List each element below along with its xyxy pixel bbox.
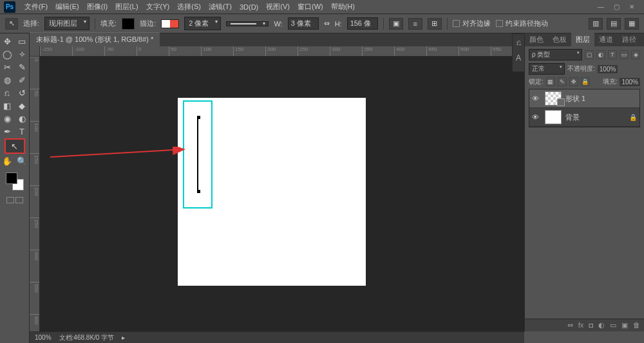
stroke-style-dropdown[interactable] — [226, 21, 269, 26]
layer-name[interactable]: 形状 1 — [565, 94, 585, 104]
menu-3d[interactable]: 3D(D) — [236, 2, 262, 12]
color-swatches[interactable] — [6, 172, 24, 190]
maximize-button[interactable]: ▢ — [611, 3, 622, 12]
screenmode-icon[interactable] — [15, 197, 23, 203]
zoom-level[interactable]: 100% — [35, 334, 52, 341]
gradient-tool[interactable]: ◆ — [15, 99, 30, 112]
dodge-tool[interactable]: ◐ — [15, 112, 30, 125]
pen-tool[interactable]: ✒ — [0, 125, 15, 138]
blur-tool[interactable]: ◉ — [0, 112, 15, 125]
panels-dock: ⎌A 颜色 色板 图层 通道 路径 ρ 类型 ▢ ◐ T ▭ ◈ 正常 不透明度… — [524, 33, 644, 331]
path-ops-button-1[interactable]: ▣ — [389, 18, 403, 30]
panel-button-2[interactable]: ▤ — [607, 18, 621, 30]
menu-image[interactable]: 图像(I) — [83, 1, 111, 13]
menu-select[interactable]: 选择(S) — [173, 1, 205, 13]
eyedropper-tool[interactable]: ✎ — [15, 60, 30, 73]
menu-bar: Ps 文件(F) 编辑(E) 图像(I) 图层(L) 文字(Y) 选择(S) 滤… — [0, 0, 644, 14]
quickmask-icon[interactable] — [6, 197, 14, 203]
menu-help[interactable]: 帮助(H) — [327, 1, 359, 13]
filter-type-icon[interactable]: T — [608, 50, 617, 59]
lock-pixels-icon[interactable]: ✎ — [558, 77, 567, 86]
path-ops-button-3[interactable]: ⊞ — [428, 18, 442, 30]
collapsed-panel-icons[interactable]: ⎌A — [512, 33, 525, 72]
lock-position-icon[interactable]: ✥ — [569, 77, 578, 86]
lock-transparency-icon[interactable]: ▦ — [546, 77, 555, 86]
type-tool[interactable]: T — [15, 125, 30, 138]
status-arrow[interactable]: ▸ — [122, 334, 125, 341]
fill-swatch[interactable] — [122, 18, 135, 30]
anchor-top[interactable] — [197, 116, 200, 119]
filter-adjust-icon[interactable]: ◐ — [596, 50, 605, 59]
panel-button-3[interactable]: ▦ — [625, 18, 639, 30]
brush-tool[interactable]: ✐ — [15, 73, 30, 86]
panel-button-1[interactable]: ▥ — [589, 18, 603, 30]
blend-mode-dropdown[interactable]: 正常 — [529, 63, 565, 75]
filter-pixel-icon[interactable]: ▢ — [585, 50, 594, 59]
layer-thumbnail[interactable] — [545, 91, 562, 106]
foreground-color[interactable] — [6, 172, 17, 184]
stamp-tool[interactable]: ⎌ — [0, 86, 15, 99]
menu-filter[interactable]: 滤镜(T) — [205, 1, 236, 13]
heal-tool[interactable]: ◍ — [0, 73, 15, 86]
link-icon[interactable]: ⇔ — [324, 19, 330, 28]
line-shape[interactable] — [197, 117, 198, 192]
menu-type[interactable]: 文字(Y) — [142, 1, 174, 13]
layer-name[interactable]: 背景 — [565, 113, 580, 122]
crop-tool[interactable]: ✂ — [0, 60, 15, 73]
minimize-button[interactable]: — — [595, 3, 607, 12]
mask-icon[interactable]: ◘ — [589, 321, 593, 329]
history-brush-tool[interactable]: ↺ — [15, 86, 30, 99]
tab-channels[interactable]: 通道 — [594, 33, 618, 46]
layer-kind-dropdown[interactable]: ρ 类型 — [529, 49, 582, 60]
visibility-icon[interactable]: 👁 — [532, 95, 541, 102]
select-dropdown[interactable]: 现用图层 — [44, 17, 90, 30]
align-edges-checkbox[interactable]: 对齐边缘 — [453, 19, 491, 28]
fill-opacity-value[interactable]: 100% — [620, 78, 640, 86]
menu-layer[interactable]: 图层(L) — [111, 1, 142, 13]
path-ops-button-2[interactable]: ≡ — [408, 18, 422, 30]
menu-file[interactable]: 文件(F) — [21, 1, 52, 13]
lock-all-icon[interactable]: 🔒 — [581, 77, 590, 86]
group-icon[interactable]: ▭ — [610, 321, 616, 329]
link-layers-icon[interactable]: ⇔ — [567, 321, 573, 329]
lasso-tool[interactable]: ◯ — [0, 48, 15, 60]
history-icon[interactable]: ⎌ — [516, 38, 521, 47]
zoom-tool[interactable]: 🔍 — [15, 154, 30, 167]
tab-swatches[interactable]: 色板 — [548, 33, 571, 46]
layer-row-background[interactable]: 👁 背景 🔒 — [529, 108, 639, 127]
height-input[interactable]: 156 像 — [347, 17, 378, 30]
opacity-value[interactable]: 100% — [598, 65, 618, 73]
menu-window[interactable]: 窗口(W) — [294, 1, 327, 13]
close-button[interactable]: ✕ — [626, 3, 638, 12]
fx-icon[interactable]: fx — [578, 321, 584, 329]
canvas-area[interactable]: -150-100-5005010015020025030035040045050… — [30, 46, 524, 331]
new-layer-icon[interactable]: ▣ — [621, 321, 628, 329]
tab-color[interactable]: 颜色 — [525, 33, 548, 46]
eraser-tool[interactable]: ◧ — [0, 99, 15, 112]
layer-row-shape1[interactable]: 👁 形状 1 — [529, 89, 639, 108]
menu-view[interactable]: 视图(V) — [262, 1, 294, 13]
wand-tool[interactable]: ✧ — [15, 48, 30, 60]
delete-layer-icon[interactable]: 🗑 — [633, 321, 640, 329]
move-tool[interactable]: ✥ — [0, 35, 15, 48]
tool-preset-icon[interactable]: ↖ — [5, 18, 18, 30]
layer-thumbnail[interactable] — [545, 110, 562, 124]
adjustment-icon[interactable]: ◐ — [598, 321, 605, 329]
stroke-width-dropdown[interactable]: 2 像素 — [184, 17, 221, 30]
filter-smart-icon[interactable]: ◈ — [631, 50, 640, 59]
document-tab[interactable]: 未标题-1 @ 100% (形状 1, RGB/8#) * — [30, 32, 160, 46]
menu-edit[interactable]: 编辑(E) — [52, 1, 83, 13]
tab-paths[interactable]: 路径 — [618, 33, 641, 46]
constrain-path-checkbox[interactable]: 约束路径拖动 — [496, 19, 548, 28]
hand-tool[interactable]: ✋ — [0, 154, 15, 167]
anchor-bottom[interactable] — [197, 190, 200, 193]
char-icon[interactable]: A — [516, 53, 521, 62]
doc-info[interactable]: 文档:468.8K/0 字节 — [59, 333, 115, 342]
filter-shape-icon[interactable]: ▭ — [620, 50, 629, 59]
width-input[interactable]: 3 像素 — [288, 17, 319, 30]
visibility-icon[interactable]: 👁 — [532, 113, 541, 121]
stroke-swatch[interactable] — [161, 19, 179, 28]
marquee-tool[interactable]: ▭ — [15, 35, 30, 48]
path-selection-tool[interactable]: ↖ — [5, 139, 24, 153]
tab-layers[interactable]: 图层 — [571, 33, 594, 46]
